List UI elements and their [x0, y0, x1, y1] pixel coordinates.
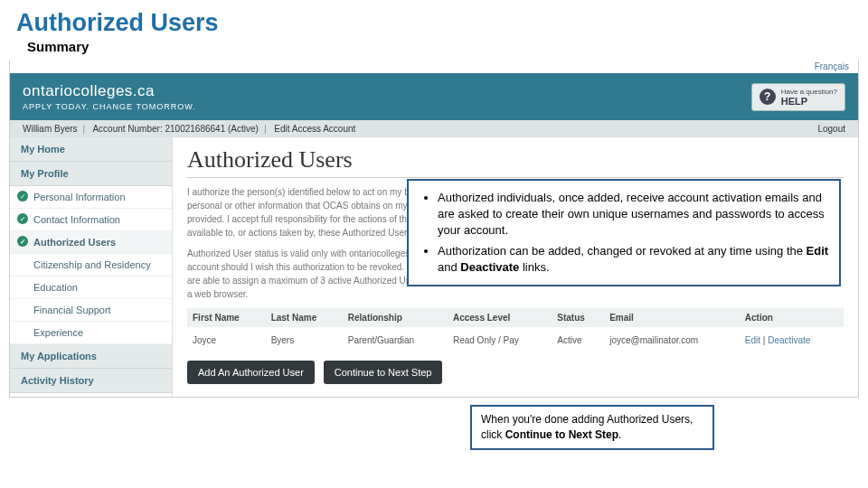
lang-link[interactable]: Français — [815, 61, 849, 71]
col-status: Status — [552, 308, 604, 329]
account-info: William Byers| Account Number: 210021686… — [23, 124, 355, 134]
table-header-row: First Name Last Name Relationship Access… — [187, 308, 844, 329]
col-action: Action — [740, 308, 844, 329]
top-bar: Français — [10, 60, 858, 73]
col-level: Access Level — [448, 308, 552, 329]
callout-bullets: Authorized individuals, once added, rece… — [407, 179, 841, 286]
slide-subtitle: Summary — [0, 39, 868, 60]
continue-button[interactable]: Continue to Next Step — [324, 361, 443, 384]
question-icon: ? — [760, 89, 776, 105]
brand: ontariocolleges.ca APPLY TODAY. CHANGE T… — [23, 82, 196, 111]
nav-activity-history[interactable]: Activity History — [10, 369, 172, 393]
check-icon: ✓ — [17, 213, 28, 224]
nav-contact-info[interactable]: ✓Contact Information — [10, 209, 172, 231]
slide-title: Authorized Users — [0, 0, 868, 39]
account-bar: William Byers| Account Number: 210021686… — [10, 120, 858, 137]
nav-personal-info[interactable]: ✓Personal Information — [10, 186, 172, 209]
help-text: Have a question? HELP — [781, 88, 837, 107]
callout-tip: When you're done adding Authorized Users… — [470, 405, 714, 450]
cell-action: Edit | Deactivate — [740, 329, 844, 350]
add-authorized-user-button[interactable]: Add An Authorized User — [187, 361, 315, 384]
nav-experience[interactable]: Experience — [10, 322, 172, 344]
sidebar: My Home My Profile ✓Personal Information… — [10, 137, 173, 397]
account-name: William Byers — [23, 124, 78, 134]
account-number: 210021686641 — [165, 124, 225, 134]
nav-citizenship[interactable]: Citizenship and Residency — [10, 254, 172, 277]
edit-link[interactable]: Edit — [745, 335, 760, 345]
deactivate-link[interactable]: Deactivate — [768, 335, 810, 345]
logout-link[interactable]: Logout — [817, 124, 845, 134]
account-number-label: Account Number: — [92, 124, 162, 134]
page-title: Authorized Users — [187, 146, 844, 178]
col-email: Email — [604, 308, 740, 329]
cell-first: Joyce — [187, 329, 266, 350]
col-rel: Relationship — [343, 308, 448, 329]
button-row: Add An Authorized User Continue to Next … — [187, 361, 844, 384]
col-last: Last Name — [266, 308, 343, 329]
nav-education[interactable]: Education — [10, 277, 172, 299]
callout-bullet-1: Authorized individuals, once added, rece… — [438, 190, 830, 239]
callout-bullet-2: Authorization can be added, changed or r… — [438, 243, 830, 276]
brand-bar: ontariocolleges.ca APPLY TODAY. CHANGE T… — [10, 73, 858, 120]
cell-status: Active — [552, 329, 604, 350]
nav-authorized-users[interactable]: ✓Authorized Users — [10, 231, 172, 254]
edit-access-link[interactable]: Edit Access Account — [274, 124, 355, 134]
nav-financial[interactable]: Financial Support — [10, 299, 172, 322]
check-icon: ✓ — [17, 191, 28, 202]
cell-rel: Parent/Guardian — [343, 329, 448, 350]
cell-email: joyce@mailinator.com — [604, 329, 740, 350]
brand-logo: ontariocolleges.ca — [23, 82, 196, 100]
nav-my-profile[interactable]: My Profile — [10, 162, 172, 186]
brand-tagline: APPLY TODAY. CHANGE TOMORROW. — [23, 102, 196, 111]
authorized-users-table: First Name Last Name Relationship Access… — [187, 308, 844, 350]
help-button[interactable]: ? Have a question? HELP — [751, 83, 845, 111]
check-icon: ✓ — [17, 236, 28, 247]
cell-last: Byers — [266, 329, 343, 350]
table-row: Joyce Byers Parent/Guardian Read Only / … — [187, 329, 844, 350]
account-status: (Active) — [228, 124, 259, 134]
nav-my-applications[interactable]: My Applications — [10, 344, 172, 369]
col-first: First Name — [187, 308, 266, 329]
nav-my-home[interactable]: My Home — [10, 137, 172, 162]
cell-level: Read Only / Pay — [448, 329, 552, 350]
